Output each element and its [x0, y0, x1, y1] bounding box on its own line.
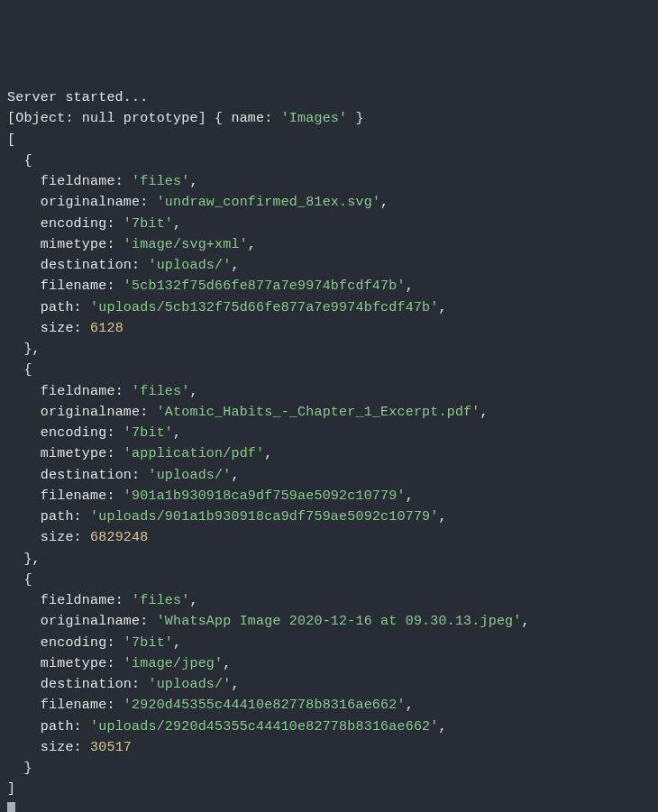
value-fieldname: 'files' [132, 174, 189, 189]
comma: , [439, 300, 447, 315]
value-encoding: '7bit' [123, 216, 173, 232]
label-encoding: encoding: [41, 216, 123, 232]
label-filename: filename: [41, 278, 123, 294]
comma: , [439, 509, 447, 525]
label-mimetype: mimetype: [41, 446, 123, 461]
object-close-brace-comma: }, [23, 552, 40, 567]
comma: , [189, 593, 197, 608]
server-started-line: Server started... [7, 90, 148, 105]
label-destination: destination: [41, 677, 149, 692]
label-encoding: encoding: [41, 425, 123, 441]
label-originalname: originalname: [41, 405, 157, 420]
array-open-bracket: [ [7, 132, 15, 148]
label-filename: filename: [41, 698, 123, 713]
value-mimetype: 'image/jpeg' [123, 656, 223, 671]
object-name-value: 'Images' [281, 111, 348, 126]
label-encoding: encoding: [41, 635, 123, 651]
label-path: path: [41, 509, 90, 525]
object-close-brace-comma: }, [23, 342, 40, 357]
label-size: size: [41, 321, 90, 336]
comma: , [173, 216, 181, 232]
value-mimetype: 'image/svg+xml' [123, 237, 248, 252]
label-destination: destination: [41, 258, 149, 273]
label-path: path: [41, 300, 90, 315]
value-path: 'uploads/901a1b930918ca9df759ae5092c1077… [90, 509, 438, 525]
comma: , [189, 384, 197, 399]
value-size: 6128 [90, 321, 123, 336]
value-filename: '901a1b930918ca9df759ae5092c10779' [123, 488, 406, 504]
object-prefix: [Object: null prototype] { name: [7, 111, 281, 126]
value-destination: 'uploads/' [148, 258, 231, 273]
comma: , [406, 278, 414, 294]
comma: , [231, 468, 239, 483]
comma: , [223, 656, 231, 671]
comma: , [173, 425, 181, 441]
comma: , [439, 719, 447, 734]
label-path: path: [41, 719, 90, 734]
comma: , [231, 677, 239, 692]
object-close-brace: } [23, 761, 32, 776]
value-destination: 'uploads/' [148, 468, 231, 483]
value-originalname: 'undraw_confirmed_81ex.svg' [157, 195, 380, 210]
comma: , [264, 446, 272, 461]
value-destination: 'uploads/' [148, 677, 231, 692]
value-fieldname: 'files' [132, 593, 189, 608]
value-originalname: 'Atomic_Habits_-_Chapter_1_Excerpt.pdf' [157, 405, 480, 420]
value-encoding: '7bit' [123, 635, 173, 651]
label-fieldname: fieldname: [41, 593, 132, 608]
comma: , [380, 195, 388, 210]
comma: , [173, 635, 181, 651]
label-filename: filename: [41, 488, 123, 504]
label-size: size: [41, 530, 90, 545]
object-open-brace: { [23, 153, 32, 169]
object-open-brace: { [23, 362, 32, 378]
label-fieldname: fieldname: [41, 174, 132, 189]
object-open-brace: { [23, 572, 32, 588]
value-fieldname: 'files' [132, 384, 189, 399]
value-size: 30517 [90, 740, 132, 755]
object-suffix: } [347, 111, 363, 126]
terminal-output: Server started... [Object: null prototyp… [7, 87, 651, 812]
label-destination: destination: [41, 468, 149, 483]
value-encoding: '7bit' [123, 425, 173, 441]
value-size: 6829248 [90, 530, 148, 545]
label-mimetype: mimetype: [41, 237, 123, 252]
label-fieldname: fieldname: [41, 384, 132, 399]
value-filename: '5cb132f75d66fe877a7e9974bfcdf47b' [123, 278, 406, 294]
value-path: 'uploads/2920d45355c44410e82778b8316ae66… [90, 719, 438, 734]
label-originalname: originalname: [41, 614, 157, 629]
value-filename: '2920d45355c44410e82778b8316ae662' [123, 698, 406, 713]
value-mimetype: 'application/pdf' [123, 446, 264, 461]
comma: , [231, 258, 239, 273]
label-originalname: originalname: [41, 195, 157, 210]
comma: , [248, 237, 256, 252]
label-size: size: [41, 740, 90, 755]
label-mimetype: mimetype: [41, 656, 123, 671]
value-originalname: 'WhatsApp Image 2020-12-16 at 09.30.13.j… [157, 614, 522, 629]
value-path: 'uploads/5cb132f75d66fe877a7e9974bfcdf47… [90, 300, 438, 315]
comma: , [480, 405, 489, 420]
comma: , [406, 488, 414, 504]
comma: , [406, 698, 414, 713]
comma: , [522, 614, 530, 629]
array-close-bracket: ] [7, 781, 15, 797]
comma: , [189, 174, 197, 189]
terminal-cursor [7, 802, 15, 813]
